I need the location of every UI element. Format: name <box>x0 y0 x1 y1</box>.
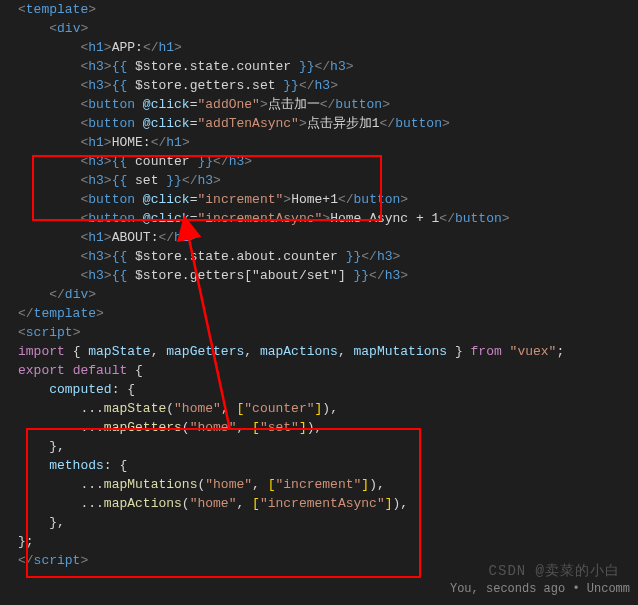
git-lens: You, seconds ago • Uncomm <box>450 580 630 599</box>
code-line[interactable]: <h1>ABOUT:</h1> <box>18 228 638 247</box>
code-line[interactable]: <template> <box>18 0 638 19</box>
code-line[interactable]: export default { <box>18 361 638 380</box>
code-line[interactable]: <h3>{{ $store.getters["about/set"] }}</h… <box>18 266 638 285</box>
code-line[interactable]: <h3>{{ $store.state.counter }}</h3> <box>18 57 638 76</box>
code-line[interactable]: <button @click="addOne">点击加一</button> <box>18 95 638 114</box>
code-line[interactable]: </div> <box>18 285 638 304</box>
code-line[interactable]: <script> <box>18 323 638 342</box>
code-line[interactable]: <h1>APP:</h1> <box>18 38 638 57</box>
code-line[interactable]: <h3>{{ $store.getters.set }}</h3> <box>18 76 638 95</box>
code-line[interactable]: <div> <box>18 19 638 38</box>
code-line[interactable]: import { mapState, mapGetters, mapAction… <box>18 342 638 361</box>
annotation-box-script <box>26 428 421 578</box>
annotation-box-template <box>32 155 382 221</box>
code-line[interactable]: <button @click="addTenAsync">点击异步加1</but… <box>18 114 638 133</box>
code-line[interactable]: <h3>{{ $store.state.about.counter }}</h3… <box>18 247 638 266</box>
code-line[interactable]: <h1>HOME:</h1> <box>18 133 638 152</box>
code-line[interactable]: computed: { <box>18 380 638 399</box>
watermark: CSDN @卖菜的小白 <box>489 562 620 581</box>
code-line[interactable]: ...mapState("home", ["counter"]), <box>18 399 638 418</box>
code-line[interactable]: </template> <box>18 304 638 323</box>
